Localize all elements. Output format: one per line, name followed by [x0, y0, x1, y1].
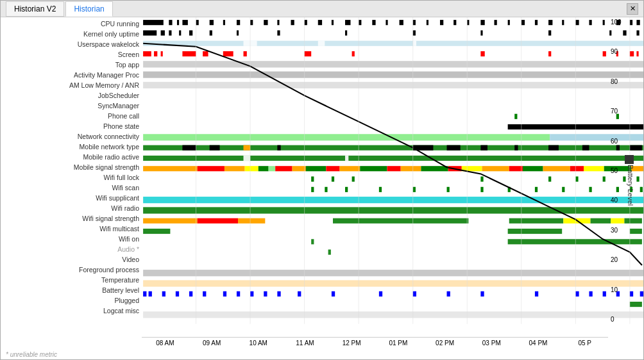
svg-rect-186	[143, 291, 146, 297]
svg-rect-129	[570, 166, 584, 171]
label-mobile-radio-active: Mobile radio active	[1, 152, 142, 162]
svg-rect-118	[340, 166, 360, 171]
x-label-10am: 10 AM	[235, 338, 282, 350]
label-jobscheduler: JobScheduler	[1, 90, 142, 101]
x-label-11am: 11 AM	[282, 338, 328, 350]
svg-rect-194	[250, 291, 253, 297]
svg-rect-20	[386, 20, 387, 25]
svg-rect-93	[244, 145, 251, 151]
svg-rect-206	[603, 291, 606, 297]
svg-rect-114	[275, 166, 292, 171]
svg-rect-69	[305, 51, 312, 56]
svg-rect-115	[292, 166, 306, 171]
close-button[interactable]: ✕	[627, 3, 638, 15]
svg-rect-35	[589, 20, 591, 25]
svg-rect-98	[514, 145, 518, 151]
svg-rect-163	[238, 218, 265, 224]
svg-rect-9	[237, 20, 240, 25]
svg-rect-143	[143, 186, 643, 193]
svg-rect-30	[521, 20, 525, 25]
svg-rect-165	[333, 218, 468, 224]
svg-rect-161	[143, 218, 198, 224]
svg-rect-201	[447, 291, 450, 297]
svg-rect-190	[189, 291, 192, 297]
svg-rect-136	[352, 176, 355, 181]
svg-rect-122	[421, 166, 448, 171]
svg-rect-21	[400, 20, 403, 25]
svg-rect-152	[535, 187, 538, 192]
label-wifi-full-lock: Wifi full lock	[1, 172, 142, 183]
svg-rect-203	[535, 291, 538, 297]
svg-rect-188	[162, 291, 165, 297]
svg-rect-191	[203, 291, 206, 297]
x-label-04pm: 04 PM	[515, 338, 562, 350]
label-network-connectivity: Network connectivity	[1, 131, 142, 142]
svg-rect-2	[143, 20, 164, 25]
label-wifi-supplicant: Wifi supplicant	[1, 193, 142, 203]
svg-rect-64	[161, 51, 163, 56]
svg-rect-154	[589, 187, 591, 192]
svg-rect-47	[237, 30, 239, 35]
tab-historian-v2[interactable]: Historian V2	[6, 1, 64, 17]
svg-rect-202	[480, 291, 484, 297]
label-video: Video	[1, 254, 142, 265]
svg-rect-128	[543, 166, 570, 171]
svg-rect-80	[143, 92, 643, 99]
x-axis: 08 AM 09 AM 10 AM 11 AM 12 PM 01 PM 02 P…	[142, 337, 608, 350]
label-cpu-running: CPU running	[1, 19, 142, 29]
svg-rect-195	[264, 291, 267, 297]
label-wifi-signal-strength: Wifi signal strength	[1, 213, 142, 224]
svg-rect-82	[143, 113, 643, 120]
svg-rect-137	[480, 176, 483, 181]
svg-rect-61	[143, 51, 643, 57]
y-label-40: 40	[611, 197, 641, 204]
svg-rect-34	[575, 20, 579, 25]
svg-rect-59	[318, 41, 325, 46]
svg-rect-11	[264, 20, 267, 25]
svg-rect-60	[413, 41, 416, 46]
svg-rect-1	[143, 19, 643, 26]
svg-rect-25	[453, 20, 456, 25]
svg-rect-204	[575, 291, 579, 297]
tab-historian[interactable]: Historian	[65, 1, 112, 17]
label-audio: Audio *	[1, 244, 142, 254]
svg-rect-166	[468, 218, 509, 224]
svg-rect-41	[143, 30, 157, 35]
svg-rect-144	[311, 187, 314, 192]
y-label-20: 20	[611, 256, 641, 263]
svg-rect-112	[258, 166, 269, 171]
svg-rect-66	[203, 51, 208, 56]
svg-rect-110	[225, 166, 245, 171]
label-userspace-wakelock: Userspace wakelock	[1, 39, 142, 49]
label-wifi-multicast: Wifi multicast	[1, 224, 142, 234]
y-label-50: 50	[611, 167, 641, 174]
label-foreground-process: Foreground process	[1, 265, 142, 275]
svg-rect-164	[265, 218, 333, 224]
battery-level-label: Battery Level	[627, 165, 634, 190]
svg-rect-196	[277, 291, 280, 297]
svg-rect-15	[318, 20, 322, 25]
svg-rect-92	[210, 145, 220, 151]
x-label-05p: 05 P	[561, 338, 608, 350]
svg-rect-71	[480, 51, 484, 56]
svg-rect-8	[223, 20, 225, 25]
label-kernel-uptime: Kernel only uptime	[1, 29, 142, 39]
y-label-80: 80	[611, 78, 641, 85]
svg-rect-52	[548, 30, 551, 35]
label-wifi-scan: Wifi scan	[1, 183, 142, 193]
svg-rect-126	[509, 166, 523, 171]
svg-rect-125	[482, 166, 509, 171]
svg-rect-97	[480, 145, 487, 151]
svg-rect-83	[514, 114, 517, 119]
svg-rect-28	[495, 20, 497, 25]
svg-rect-31	[535, 20, 538, 25]
chart-area: 100 90 80 70 60 50 40 30 20 10 0 Battery…	[142, 17, 643, 337]
svg-rect-33	[562, 20, 564, 25]
footnote: * unreliable metric	[1, 350, 643, 359]
svg-rect-121	[401, 166, 421, 171]
svg-rect-81	[143, 102, 643, 109]
svg-rect-172	[143, 228, 643, 234]
svg-rect-17	[345, 20, 350, 25]
labels-panel: CPU running Kernel only uptime Userspace…	[1, 17, 142, 337]
svg-rect-4	[177, 20, 179, 25]
